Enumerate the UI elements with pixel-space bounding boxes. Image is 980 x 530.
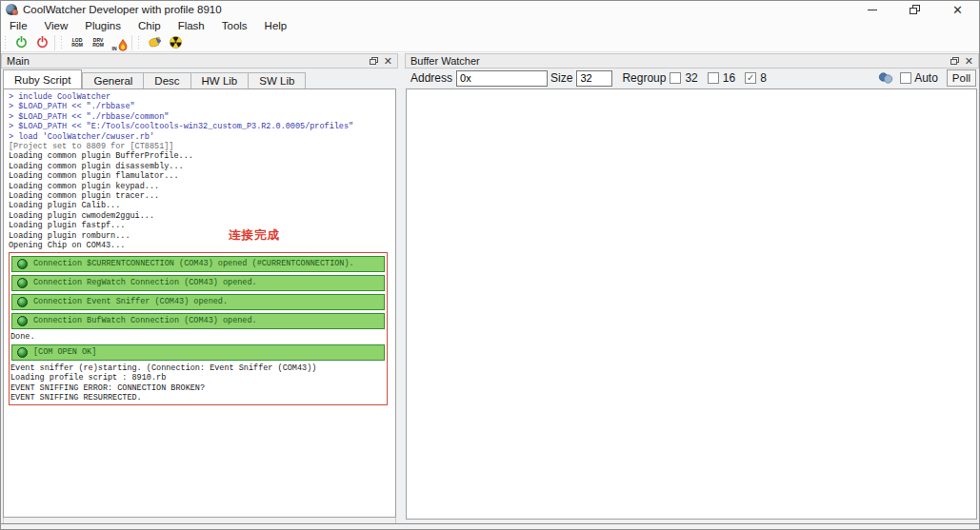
console-line: Connection BufWatch Connection (COM43) o… xyxy=(33,316,257,325)
maximize-restore-button[interactable] xyxy=(893,1,936,18)
poll-button[interactable]: Poll xyxy=(947,69,976,87)
tab-desc[interactable]: Desc xyxy=(144,72,190,88)
load-rom-icon: LOD ROM xyxy=(70,38,85,48)
window-bottom-bar xyxy=(1,523,979,529)
minimize-icon xyxy=(868,10,877,10)
console-line: EVENT SNIFFING RESURRECTED. xyxy=(10,393,386,402)
calibration-button[interactable] xyxy=(145,34,164,51)
menu-item-flash[interactable]: Flash xyxy=(170,19,213,32)
console-line: Event sniffer (re)starting. (Connection:… xyxy=(10,363,386,373)
app-icon xyxy=(6,4,17,15)
close-icon: ✕ xyxy=(952,4,963,16)
console-line: > $LOAD_PATH << "E:/Tools/cooltools-win3… xyxy=(9,122,395,131)
annotation-text: 连接完成 xyxy=(229,230,280,240)
connection-success-row: [COM OPEN OK] xyxy=(11,344,385,361)
float-panel-button[interactable] xyxy=(950,55,959,67)
burn-label: IN xyxy=(110,47,118,51)
tab-hw-lib[interactable]: HW Lib xyxy=(191,72,250,88)
console-line: Connection Event Sniffer (COM43) opened. xyxy=(33,297,228,306)
regroup-checkbox-8[interactable]: ✓ xyxy=(745,72,756,84)
console-line: Loading plugin cwmodem2ggui... xyxy=(9,211,395,221)
main-tabbar: Ruby ScriptGeneralDescHW LibSW Lib xyxy=(1,69,398,88)
console-line: Loading common plugin keypad... xyxy=(9,182,395,191)
radiation-button[interactable] xyxy=(166,34,185,51)
regroup-option-label: 8 xyxy=(760,71,767,85)
console-line: Loading common plugin tracer... xyxy=(9,191,395,201)
power-on-icon xyxy=(15,36,28,49)
regroup-label: Regroup xyxy=(622,71,666,85)
size-input[interactable] xyxy=(576,70,612,87)
toolbar: LOD ROM DRV ROM IN xyxy=(1,33,979,52)
regroup-checkbox-32[interactable] xyxy=(670,72,681,84)
menu-item-tools[interactable]: Tools xyxy=(213,19,256,32)
calibration-hand-icon xyxy=(148,36,162,49)
refresh-buffers-icon[interactable] xyxy=(878,72,893,84)
console-line: Loading common plugin flamulator... xyxy=(9,171,395,181)
toolbar-separator xyxy=(54,35,55,50)
status-ok-icon xyxy=(17,297,28,307)
close-button[interactable]: ✕ xyxy=(936,1,979,18)
menubar: FileViewPluginsChipFlashToolsHelp xyxy=(1,18,979,33)
tab-general[interactable]: General xyxy=(82,72,144,88)
annotation-red-box: Connection $CURRENTCONNECTION (COM43) op… xyxy=(9,252,388,405)
console-line: EVENT SNIFFING ERROR: CONNECTION BROKEN? xyxy=(10,383,386,393)
status-ok-icon xyxy=(17,316,28,326)
connection-success-row: Connection Event Sniffer (COM43) opened. xyxy=(11,294,385,310)
restore-icon xyxy=(910,5,920,14)
load-rom-button[interactable]: LOD ROM xyxy=(68,34,87,51)
menu-item-file[interactable]: File xyxy=(1,19,36,32)
console-output: > include CoolWatcher> $LOAD_PATH << "./… xyxy=(9,92,395,405)
menu-item-chip[interactable]: Chip xyxy=(130,19,170,32)
panel-splitter[interactable] xyxy=(398,53,405,523)
float-icon xyxy=(370,57,378,65)
main-panel-titlebar[interactable]: Main ✕ xyxy=(1,53,398,69)
buffer-watcher-controls: Address Size Regroup 3216✓8 Auto Poll xyxy=(405,69,979,88)
regroup-checkbox-16[interactable] xyxy=(708,72,719,84)
buffer-watcher-title: Buffer Watcher xyxy=(410,55,480,67)
menu-item-plugins[interactable]: Plugins xyxy=(76,19,130,32)
buffer-watcher-titlebar[interactable]: Buffer Watcher ✕ xyxy=(405,53,979,69)
console-line: Opening Chip on COM43... xyxy=(9,241,395,250)
auto-label: Auto xyxy=(914,71,938,85)
console-line: [COM OPEN OK] xyxy=(33,347,96,357)
buffer-watcher-content[interactable] xyxy=(406,88,977,520)
menu-item-view[interactable]: View xyxy=(36,19,77,32)
console-line: Loading common plugin BufferProfile... xyxy=(9,151,395,161)
status-ok-icon xyxy=(17,347,28,358)
console-line: > $LOAD_PATH << "./rbbase" xyxy=(9,102,395,111)
menu-item-help[interactable]: Help xyxy=(256,19,296,32)
console-line: Done. xyxy=(10,332,386,342)
app-window: CoolWatcher Developer with profile 8910 … xyxy=(0,0,980,530)
main-panel-title: Main xyxy=(7,55,30,67)
connect-power-icon[interactable] xyxy=(11,34,30,51)
close-panel-button[interactable]: ✕ xyxy=(384,56,392,66)
toolbar-separator xyxy=(131,35,132,50)
console-line: Loading plugin Calib... xyxy=(9,201,395,210)
console-line: [Project set to 8809 for [CT8851]] xyxy=(9,142,395,151)
console-line: > load 'CoolWatcher/cwuser.rb' xyxy=(9,132,395,142)
close-panel-button[interactable]: ✕ xyxy=(965,56,973,66)
toolbar-grip[interactable] xyxy=(60,36,64,49)
power-off-icon xyxy=(36,36,49,49)
toolbar-grip[interactable] xyxy=(137,36,141,49)
minimize-button[interactable] xyxy=(850,1,893,18)
ruby-script-console[interactable]: > include CoolWatcher> $LOAD_PATH << "./… xyxy=(3,88,396,518)
auto-checkbox[interactable] xyxy=(900,72,911,84)
burn-button[interactable]: IN xyxy=(110,34,129,51)
main-panel: Main ✕ Ruby ScriptGeneralDescHW LibSW Li… xyxy=(1,53,398,523)
console-line: Loading profile script : 8910.rb xyxy=(10,373,386,383)
window-controls: ✕ xyxy=(850,1,979,18)
address-label: Address xyxy=(410,71,452,85)
float-icon xyxy=(950,57,959,65)
toolbar-grip[interactable] xyxy=(4,36,8,49)
drv-rom-button[interactable]: DRV ROM xyxy=(89,34,108,51)
tab-ruby-script[interactable]: Ruby Script xyxy=(3,69,82,88)
float-panel-button[interactable] xyxy=(370,55,378,67)
tab-sw-lib[interactable]: SW Lib xyxy=(249,72,306,88)
drv-rom-icon: DRV ROM xyxy=(91,38,106,48)
connection-success-row: Connection RegWatch Connection (COM43) o… xyxy=(11,275,385,291)
console-line: Loading plugin fastpf... xyxy=(9,221,395,230)
console-line: > include CoolWatcher xyxy=(9,92,395,102)
address-input[interactable] xyxy=(456,70,548,87)
disconnect-power-icon[interactable] xyxy=(32,34,51,51)
